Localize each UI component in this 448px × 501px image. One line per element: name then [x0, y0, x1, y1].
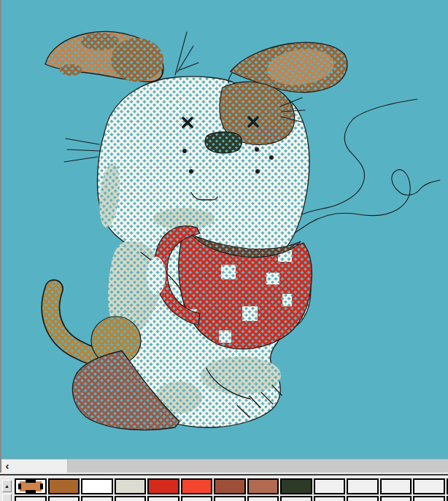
palette-swatch-11[interactable]: [380, 478, 412, 494]
palette-swatch-row2-4[interactable]: [147, 496, 179, 501]
pattern-canvas[interactable]: [0, 0, 448, 459]
palette-scroll-down-button[interactable]: [2, 494, 12, 501]
palette-swatch-row2-3[interactable]: [115, 496, 147, 501]
palette-swatch-row2-6[interactable]: [214, 496, 246, 501]
palette-swatch-row2-10[interactable]: [347, 496, 379, 501]
palette-swatch-7[interactable]: [247, 478, 279, 494]
cross-stitch-design: [0, 0, 448, 459]
hair-tufts: [175, 32, 198, 75]
palette-swatch-0[interactable]: [15, 478, 47, 494]
nose: [205, 132, 242, 153]
palette-swatch-12[interactable]: [413, 478, 445, 494]
scroll-left-button[interactable]: ‹: [0, 459, 15, 473]
palette-swatch-row2-11[interactable]: [380, 496, 412, 501]
palette-toolbar: ▲: [0, 478, 448, 501]
app-window: ‹ ▲: [0, 0, 448, 501]
palette-swatch-3[interactable]: [115, 478, 147, 494]
chevron-left-icon: ‹: [6, 459, 9, 472]
palette-swatch-row2-0[interactable]: [15, 496, 47, 501]
palette-swatch-row2-12[interactable]: [413, 496, 445, 501]
palette-swatch-row2-5[interactable]: [181, 496, 213, 501]
triangle-up-icon: ▲: [4, 483, 9, 489]
palette-swatch-row2-2[interactable]: [81, 496, 113, 501]
palette-swatch-row2-1[interactable]: [48, 496, 80, 501]
palette-swatch-row2-8[interactable]: [280, 496, 312, 501]
palette-row-1: [15, 478, 448, 494]
palette-swatch-5[interactable]: [181, 478, 213, 494]
palette-swatch-4[interactable]: [147, 478, 179, 494]
palette-swatch-8[interactable]: [280, 478, 312, 494]
palette-swatch-9[interactable]: [314, 478, 346, 494]
palette-swatch-2[interactable]: [81, 478, 113, 494]
left-ear: [45, 31, 163, 82]
toolbar-divider: [0, 473, 448, 478]
palette-swatch-1[interactable]: [48, 478, 80, 494]
palette-row-2: [15, 496, 448, 501]
whiskers-left: [64, 139, 100, 162]
scrollbar-thumb[interactable]: [15, 459, 68, 473]
palette-swatch-6[interactable]: [214, 478, 246, 494]
pane-left-border: [0, 0, 1, 473]
palette-scroll-up-button[interactable]: ▲: [2, 480, 12, 492]
palette-swatch-row2-9[interactable]: [314, 496, 346, 501]
paw-over-handle: [147, 257, 166, 295]
palette-swatch-10[interactable]: [347, 478, 379, 494]
horizontal-scrollbar[interactable]: ‹: [0, 459, 448, 473]
palette-swatch-row2-7[interactable]: [247, 496, 279, 501]
